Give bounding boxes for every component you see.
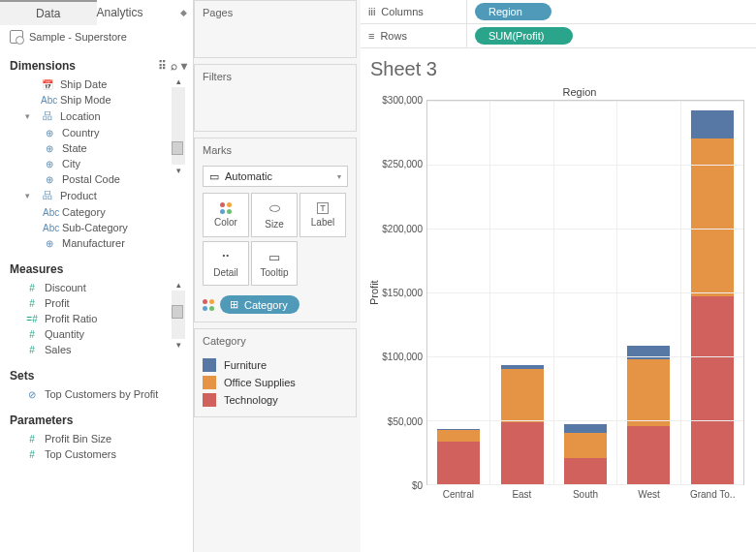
abc-icon: Abc [43, 207, 56, 218]
parameters-header: Parameters [10, 414, 73, 427]
label-icon: T [317, 202, 329, 214]
columns-pill-region[interactable]: Region [475, 3, 551, 20]
legend-swatch [203, 393, 216, 407]
tooltip-icon: ▭ [268, 250, 280, 264]
legend-item-furniture[interactable]: Furniture [203, 356, 348, 374]
legend-card: Category Furniture Office Supplies Techn… [194, 328, 357, 417]
globe-icon: ⊕ [43, 238, 56, 249]
field-sales[interactable]: #Sales [10, 342, 187, 357]
rows-shelf[interactable]: ≡Rows SUM(Profit) [361, 24, 756, 48]
color-shelf-icon [220, 202, 232, 214]
automatic-icon: ▭ [209, 170, 219, 183]
field-city[interactable]: ⊕City [10, 156, 187, 171]
color-pill-category[interactable]: ⊞ Category [220, 295, 299, 314]
sheet-title[interactable]: Sheet 3 [366, 58, 744, 86]
field-profit[interactable]: #Profit [10, 295, 187, 311]
legend-swatch [203, 376, 216, 389]
legend-item-technology[interactable]: Technology [203, 391, 348, 409]
datasource-name: Sample - Superstore [29, 31, 127, 43]
rows-label: Rows [380, 30, 407, 42]
number-icon: # [25, 449, 39, 460]
scroll-down-icon[interactable]: ▾ [170, 166, 187, 175]
columns-label: Columns [381, 6, 423, 17]
segment-office-supplies[interactable] [501, 369, 544, 423]
field-quantity[interactable]: #Quantity [10, 326, 187, 342]
marks-label-button[interactable]: TLabel [299, 193, 346, 237]
segment-furniture[interactable] [564, 424, 607, 433]
x-label: Central [426, 489, 490, 500]
dimensions-scrollbar[interactable]: ▴ ▾ [170, 77, 187, 175]
marks-color-button[interactable]: Color [203, 193, 249, 237]
globe-icon: ⊕ [43, 143, 56, 154]
segment-furniture[interactable] [691, 110, 734, 138]
filters-card[interactable]: Filters [194, 64, 357, 132]
field-ship-date[interactable]: 📅Ship Date [10, 77, 187, 92]
segment-technology[interactable] [437, 442, 480, 484]
search-icon[interactable]: ⌕ [171, 59, 177, 73]
menu-chevron-icon[interactable]: ▾ [181, 59, 187, 73]
legend-item-office[interactable]: Office Supplies [203, 374, 348, 391]
measures-scrollbar[interactable]: ▴ ▾ [170, 280, 187, 350]
field-manufacturer[interactable]: ⊕Manufacturer [10, 235, 187, 251]
hierarchy-icon: 品 [41, 109, 54, 123]
field-profit-bin-param[interactable]: #Profit Bin Size [10, 431, 187, 446]
segment-office-supplies[interactable] [627, 359, 670, 426]
segment-office-supplies[interactable] [437, 430, 480, 442]
marks-type-dropdown[interactable]: ▭ Automatic ▾ [203, 166, 348, 187]
field-discount[interactable]: #Discount [10, 280, 187, 295]
segment-technology[interactable] [627, 426, 670, 484]
tab-data[interactable]: Data [0, 0, 97, 25]
caret-down-icon: ▾ [25, 111, 35, 121]
field-product[interactable]: ▾品Product [10, 187, 187, 204]
abc-icon: Abc [43, 223, 56, 233]
datasource-row[interactable]: Sample - Superstore [0, 25, 193, 51]
columns-shelf[interactable]: iiiColumns Region [361, 0, 756, 24]
field-location[interactable]: ▾品Location [10, 107, 187, 125]
globe-icon: ⊕ [43, 159, 56, 169]
detail-icon: ⠒ [221, 250, 231, 264]
segment-technology[interactable] [691, 296, 734, 484]
globe-icon: ⊕ [43, 174, 56, 185]
field-subcategory[interactable]: AbcSub-Category [10, 220, 187, 235]
field-category[interactable]: AbcCategory [10, 204, 187, 220]
marks-detail-button[interactable]: ⠒Detail [203, 241, 249, 286]
number-icon: # [25, 298, 39, 309]
segment-office-supplies[interactable] [564, 433, 607, 459]
scroll-down-icon[interactable]: ▾ [170, 340, 187, 350]
field-country[interactable]: ⊕Country [10, 125, 187, 140]
field-top-customers-param[interactable]: #Top Customers [10, 446, 187, 462]
tab-analytics[interactable]: Analytics ◆ [97, 0, 194, 25]
measures-header: Measures [10, 262, 63, 276]
field-top-customers-set[interactable]: ⊘Top Customers by Profit [10, 386, 187, 402]
rows-pill-profit[interactable]: SUM(Profit) [475, 27, 573, 45]
segment-furniture[interactable] [627, 346, 670, 360]
field-profit-ratio[interactable]: =#Profit Ratio [10, 311, 187, 326]
segment-technology[interactable] [564, 458, 607, 484]
scroll-up-icon[interactable]: ▴ [170, 77, 187, 86]
tab-analytics-label: Analytics [97, 6, 143, 19]
date-icon: 📅 [41, 79, 54, 90]
pages-card[interactable]: Pages [194, 0, 357, 58]
data-pane: Data Analytics ◆ Sample - Superstore Dim… [0, 0, 194, 552]
rows-axis-title: Profit [366, 100, 382, 485]
segment-technology[interactable] [501, 422, 544, 484]
chart-grid[interactable] [426, 100, 744, 485]
field-state[interactable]: ⊕State [10, 140, 187, 156]
number-icon: # [25, 329, 39, 340]
field-ship-mode[interactable]: AbcShip Mode [10, 92, 187, 107]
number-calc-icon: =# [25, 314, 39, 324]
view-grid-icon[interactable]: ⠿ [158, 59, 167, 73]
columns-icon: iii [368, 6, 375, 17]
scroll-up-icon[interactable]: ▴ [170, 280, 187, 290]
marks-title: Marks [195, 138, 356, 162]
marks-tooltip-button[interactable]: ▭Tooltip [251, 241, 298, 286]
chart-area: Sheet 3 Region Profit $0$50,000$100,000$… [361, 48, 756, 552]
globe-icon: ⊕ [43, 128, 56, 138]
x-label: South [553, 489, 617, 500]
marks-size-button[interactable]: ⬭Size [251, 193, 298, 237]
marks-card: Marks ▭ Automatic ▾ Color ⬭Size TLabel ⠒… [194, 138, 357, 322]
field-postal[interactable]: ⊕Postal Code [10, 171, 187, 187]
segment-office-supplies[interactable] [691, 138, 734, 296]
pages-title: Pages [195, 1, 356, 24]
caret-down-icon: ▾ [25, 191, 35, 200]
